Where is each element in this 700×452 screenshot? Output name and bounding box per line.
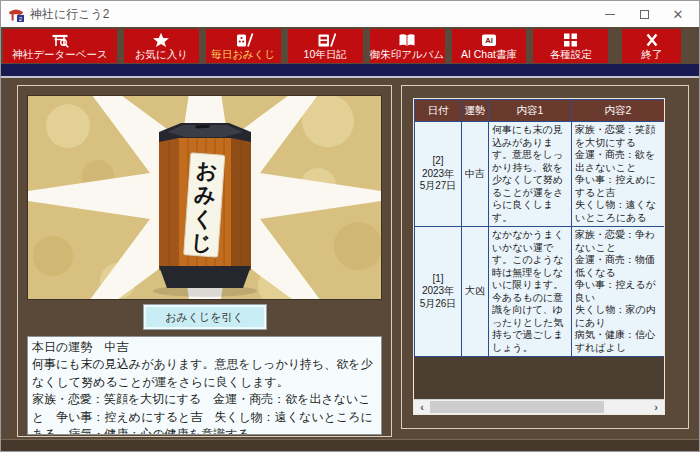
navy-header-strip [1, 64, 699, 76]
maximize-icon[interactable] [627, 3, 661, 25]
toolbar-label: お気に入り [135, 48, 188, 60]
draw-button-row: おみくじを引く [27, 305, 382, 329]
minimize-icon[interactable] [593, 3, 627, 25]
grid-icon [561, 32, 580, 48]
table-row[interactable]: [1] 2023年 5月26日 大凶 なかなかうまくいかない運です。このような時… [415, 227, 665, 357]
close-icon[interactable]: ✕ [661, 3, 695, 25]
header-date: 日付 [415, 100, 462, 122]
omikuji-panel: お み く じ おみくじを引く 本日の運勢 中吉 何事にも末の見込みがあります。… [17, 85, 392, 437]
torii-search-icon [50, 32, 71, 48]
toolbar-label: 御朱印アルバム [370, 48, 444, 60]
history-panel: 日付 運勢 内容1 内容2 [2] 2023年 5月27日 中吉 何事にも末の見… [401, 85, 689, 429]
header-content2: 内容2 [572, 100, 665, 122]
scrollbar-thumb[interactable] [430, 401, 604, 413]
box-label-char: み [193, 182, 216, 206]
toolbar-label: 10年日記 [304, 48, 347, 60]
box-label-char: じ [190, 230, 213, 254]
box-label-char: く [192, 206, 215, 231]
open-book-icon [397, 32, 417, 48]
horizontal-scrollbar[interactable]: ‹ › [414, 399, 664, 414]
omikuji-box-image: お み く じ [27, 95, 382, 300]
toolbar-label: AI Chat書庫 [461, 48, 517, 60]
scroll-left-icon[interactable]: ‹ [414, 400, 430, 414]
window-controls: ✕ [593, 3, 695, 25]
shrine-database-button[interactable]: 神社データーベース [3, 29, 117, 63]
daily-omikuji-button[interactable]: 毎日おみくじ [206, 29, 281, 63]
goshuin-album-button[interactable]: 御朱印アルバム [370, 29, 445, 63]
cell-content1: 何事にも末の見込みがあります。意思をしっかり持ち、欲を少なくして努めることが運を… [489, 122, 572, 227]
cell-date: [2] 2023年 5月27日 [415, 122, 462, 227]
fortune-result-text: 本日の運勢 中吉 何事にも末の見込みがあります。意思をしっかり持ち、欲を少なくし… [27, 336, 382, 435]
app-icon: 2 [8, 6, 24, 22]
cell-date: [1] 2023年 5月26日 [415, 227, 462, 357]
scroll-right-icon[interactable]: › [648, 400, 664, 414]
toolbar-label: 終了 [641, 48, 662, 60]
cell-content2: 家族・恋愛：争わないこと 金運・商売：物価低くなる 争い事：控えるが良い 失くし… [572, 227, 665, 357]
title-bar: 2 神社に行こう2 ✕ [1, 1, 699, 27]
ai-badge-icon: AI [479, 32, 499, 48]
window-title: 神社に行こう2 [30, 6, 110, 23]
table-row[interactable]: [2] 2023年 5月27日 中吉 何事にも末の見込みがあります。意思をしっか… [415, 122, 665, 227]
favorites-button[interactable]: お気に入り [124, 29, 199, 63]
diary-icon [315, 32, 336, 48]
main-area: お み く じ おみくじを引く 本日の運勢 中吉 何事にも末の見込みがあります。… [1, 78, 699, 439]
history-listview[interactable]: 日付 運勢 内容1 内容2 [2] 2023年 5月27日 中吉 何事にも末の見… [413, 98, 665, 415]
omikuji-box-icon [233, 32, 254, 48]
exit-x-icon [643, 32, 661, 48]
cell-content2: 家族・恋愛：笑顔を大切にする 金運・商売：欲を出さないこと 争い事：控えめにする… [572, 122, 665, 227]
cell-fortune: 中吉 [462, 122, 489, 227]
ai-chat-library-button[interactable]: AI AI Chat書庫 [452, 29, 527, 63]
app-window: 2 神社に行こう2 ✕ 神社データーベース [0, 0, 700, 452]
toolbar: 神社データーベース お気に入り 毎日おみくじ [1, 27, 699, 64]
header-fortune: 運勢 [462, 100, 489, 122]
box-label-char: お [195, 158, 218, 182]
bottom-strip [1, 439, 699, 451]
toolbar-label: 各種設定 [550, 48, 592, 60]
star-icon [152, 32, 170, 48]
toolbar-label: 毎日おみくじ [211, 48, 275, 60]
cell-fortune: 大凶 [462, 227, 489, 357]
svg-text:AI: AI [485, 37, 493, 46]
exit-button[interactable]: 終了 [622, 29, 681, 63]
scrollbar-track[interactable] [430, 400, 648, 414]
ten-year-diary-button[interactable]: 10年日記 [288, 29, 363, 63]
cell-content1: なかなかうまくいかない運です。このような時は無理をしないに限ります。今あるものに… [489, 227, 572, 357]
settings-button[interactable]: 各種設定 [533, 29, 608, 63]
header-content1: 内容1 [489, 100, 572, 122]
toolbar-label: 神社データーベース [12, 48, 107, 60]
table-header-row: 日付 運勢 内容1 内容2 [415, 100, 665, 122]
draw-omikuji-button[interactable]: おみくじを引く [144, 305, 266, 329]
fortune-history-table: 日付 運勢 内容1 内容2 [2] 2023年 5月27日 中吉 何事にも末の見… [414, 99, 665, 357]
